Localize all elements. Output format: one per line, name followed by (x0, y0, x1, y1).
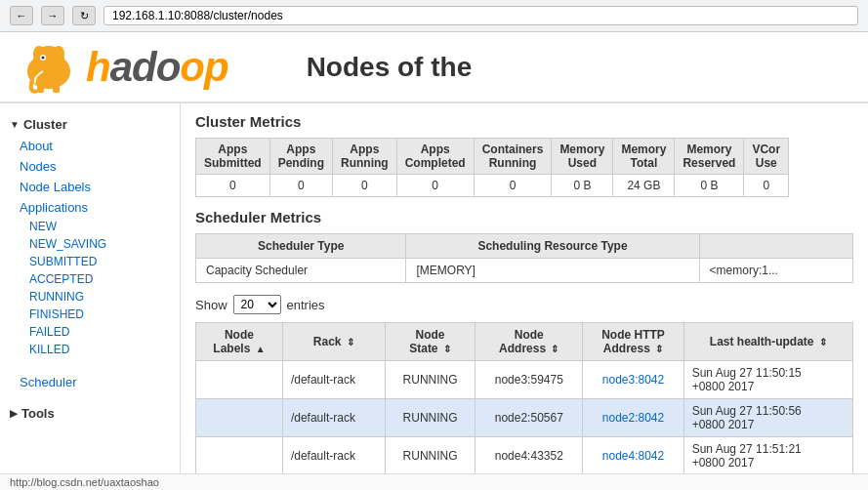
sched-val-extra: <memory:1... (699, 259, 852, 283)
cluster-arrow-icon: ▼ (10, 119, 20, 130)
sidebar-item-killed[interactable]: KILLED (0, 341, 180, 358)
cell-http: node2:8042 (583, 399, 683, 437)
val-apps-running: 0 (333, 175, 397, 197)
col-apps-running: AppsRunning (333, 139, 397, 175)
svg-point-5 (42, 57, 45, 60)
cluster-section-title[interactable]: ▼ Cluster (0, 113, 180, 136)
sched-col-extra (699, 234, 852, 259)
header: hadoop Nodes of the (0, 32, 868, 103)
status-url: http://blog.csdn.net/uaxtaoshao (10, 476, 159, 487)
svg-point-3 (53, 46, 64, 61)
sched-val-resource: [MEMORY] (406, 259, 699, 283)
sidebar-item-scheduler[interactable]: Scheduler (0, 372, 180, 392)
page-title: Nodes of the (307, 52, 473, 83)
table-row: /default-rack RUNNING node4:43352 node4:… (196, 437, 853, 475)
cell-state: RUNNING (385, 361, 475, 399)
refresh-button[interactable]: ↻ (72, 6, 96, 25)
cell-health: Sun Aug 27 11:50:56+0800 2017 (683, 399, 852, 437)
val-memory-total: 24 GB (613, 175, 675, 197)
col-memory-total: MemoryTotal (613, 139, 675, 175)
sort-address-icon: ⇕ (551, 344, 558, 354)
sched-col-resource: Scheduling Resource Type (406, 234, 699, 259)
cluster-label: Cluster (23, 117, 67, 132)
node-http-link[interactable]: node4:8042 (602, 449, 664, 463)
cell-health: Sun Aug 27 11:51:21+0800 2017 (683, 437, 852, 475)
page-wrapper: hadoop Nodes of the ▼ Cluster About Node… (0, 32, 868, 487)
cell-labels (196, 361, 283, 399)
nodes-col-labels[interactable]: NodeLabels ▲ (196, 323, 283, 361)
sidebar-item-failed[interactable]: FAILED (0, 323, 180, 341)
entries-select[interactable]: 20 50 100 (233, 295, 281, 314)
cell-health: Sun Aug 27 11:50:15+0800 2017 (683, 361, 852, 399)
cell-address: node3:59475 (475, 361, 583, 399)
nodes-col-health[interactable]: Last health-update ⇕ (683, 323, 852, 361)
col-apps-submitted: AppsSubmitted (196, 139, 270, 175)
cell-rack: /default-rack (282, 437, 385, 475)
sort-http-icon: ⇕ (655, 344, 663, 354)
nodes-col-address[interactable]: NodeAddress ⇕ (475, 323, 583, 361)
back-button[interactable]: ← (10, 6, 33, 25)
sidebar-item-new[interactable]: NEW (0, 218, 180, 235)
show-entries-bar: Show 20 50 100 entries (195, 295, 853, 314)
cell-state: RUNNING (385, 399, 475, 437)
status-bar: http://blog.csdn.net/uaxtaoshao (0, 473, 868, 487)
sidebar-item-applications[interactable]: Applications (0, 197, 180, 218)
svg-rect-7 (53, 83, 60, 93)
val-containers-running: 0 (474, 175, 552, 197)
scheduler-metrics-table: Scheduler Type Scheduling Resource Type … (195, 233, 853, 283)
sidebar-item-running[interactable]: RUNNING (0, 288, 180, 306)
sidebar-item-about[interactable]: About (0, 136, 180, 156)
val-vcore-used: 0 (744, 175, 789, 197)
val-apps-submitted: 0 (196, 175, 270, 197)
col-apps-completed: AppsCompleted (396, 139, 474, 175)
nodes-col-http[interactable]: Node HTTPAddress ⇕ (583, 323, 683, 361)
elephant-logo (20, 40, 78, 94)
sidebar-item-nodes[interactable]: Nodes (0, 156, 180, 177)
cell-http: node3:8042 (583, 361, 683, 399)
col-memory-used: MemoryUsed (552, 139, 613, 175)
sort-state-icon: ⇕ (443, 344, 451, 354)
val-memory-used: 0 B (552, 175, 613, 197)
sidebar-item-finished[interactable]: FINISHED (0, 306, 180, 323)
nodes-col-state[interactable]: NodeState ⇕ (385, 323, 475, 361)
sidebar-item-accepted[interactable]: ACCEPTED (0, 270, 180, 288)
nodes-table: NodeLabels ▲ Rack ⇕ NodeState ⇕ NodeAddr… (195, 322, 853, 475)
nodes-col-rack[interactable]: Rack ⇕ (282, 323, 385, 361)
node-http-link[interactable]: node3:8042 (602, 373, 664, 387)
table-row: /default-rack RUNNING node2:50567 node2:… (196, 399, 853, 437)
cell-state: RUNNING (385, 437, 475, 475)
cell-rack: /default-rack (282, 399, 385, 437)
content-area: Cluster Metrics AppsSubmitted AppsPendin… (181, 103, 868, 487)
sched-val-type: Capacity Scheduler (196, 259, 406, 283)
sidebar-item-node-labels[interactable]: Node Labels (0, 177, 180, 197)
cell-address: node2:50567 (475, 399, 583, 437)
logo-area: hadoop (20, 40, 228, 94)
val-memory-reserved: 0 B (675, 175, 744, 197)
entries-label: entries (287, 298, 325, 312)
sort-health-icon: ⇕ (819, 337, 827, 347)
show-label: Show (195, 298, 227, 312)
address-input[interactable] (103, 6, 858, 25)
sort-labels-icon: ▲ (256, 344, 266, 354)
node-http-link[interactable]: node2:8042 (602, 411, 664, 425)
sidebar: ▼ Cluster About Nodes Node Labels Applic… (0, 103, 181, 487)
table-row: /default-rack RUNNING node3:59475 node3:… (196, 361, 853, 399)
forward-button[interactable]: → (41, 6, 64, 25)
sort-rack-icon: ⇕ (347, 337, 354, 347)
main-area: ▼ Cluster About Nodes Node Labels Applic… (0, 103, 868, 487)
cell-address: node4:43352 (475, 437, 583, 475)
val-apps-completed: 0 (396, 175, 474, 197)
tools-label: Tools (21, 406, 55, 421)
col-memory-reserved: MemoryReserved (675, 139, 744, 175)
tools-section-title[interactable]: ▶ Tools (0, 402, 180, 425)
cluster-metrics-title: Cluster Metrics (195, 113, 853, 130)
cluster-section: ▼ Cluster About Nodes Node Labels Applic… (0, 113, 180, 358)
cell-labels (196, 399, 283, 437)
col-vcore-used: VCorUse (744, 139, 789, 175)
scheduler-metrics-title: Scheduler Metrics (195, 209, 853, 225)
col-containers-running: ContainersRunning (474, 139, 552, 175)
cell-labels (196, 437, 283, 475)
sidebar-item-new-saving[interactable]: NEW_SAVING (0, 235, 180, 253)
svg-rect-6 (37, 83, 44, 93)
sidebar-item-submitted[interactable]: SUBMITTED (0, 253, 180, 270)
